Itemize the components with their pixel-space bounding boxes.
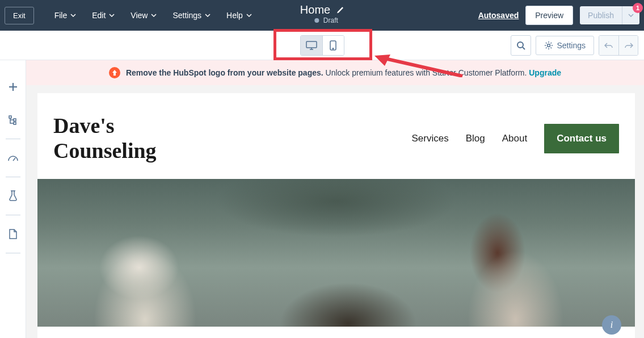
top-bar: Exit File Edit View Settings Help Home <box>0 0 644 31</box>
upgrade-icon <box>109 67 120 78</box>
site-nav: Services Blog About Contact us <box>412 124 620 153</box>
svg-rect-12 <box>9 116 11 118</box>
menu-label: Settings <box>172 11 201 20</box>
status-label: Draft <box>323 16 338 24</box>
status-dot <box>314 18 319 23</box>
chevron-down-icon <box>246 12 252 18</box>
page-preview[interactable]: Dave's Counseling Services Blog About Co… <box>37 93 635 338</box>
info-bubble[interactable]: i <box>602 315 621 335</box>
chevron-down-icon <box>109 12 115 18</box>
nav-about[interactable]: About <box>502 133 527 144</box>
settings-button[interactable]: Settings <box>536 36 594 55</box>
svg-line-15 <box>13 158 15 161</box>
chevron-down-icon <box>70 12 76 18</box>
chevron-down-icon <box>151 12 157 18</box>
chevron-down-icon <box>205 12 211 18</box>
menu-settings[interactable]: Settings <box>166 6 217 24</box>
menu-edit[interactable]: Edit <box>85 6 121 24</box>
banner-body: Unlock premium features with Starter Cus… <box>323 68 529 77</box>
title-area: Home Draft <box>300 3 344 24</box>
hero-image[interactable] <box>37 179 635 327</box>
redo-icon <box>624 42 633 49</box>
nav-services[interactable]: Services <box>412 133 449 144</box>
upgrade-link[interactable]: Upgrade <box>529 68 561 77</box>
menu-label: Help <box>226 11 243 20</box>
upgrade-banner: Remove the HubSpot logo from your websit… <box>26 60 644 85</box>
publish-badge: 1 <box>633 3 643 13</box>
sidebar-test[interactable] <box>0 180 26 212</box>
menu-group: File Edit View Settings Help <box>48 6 259 24</box>
gear-icon <box>544 41 553 50</box>
file-icon <box>9 228 18 240</box>
site-header: Dave's Counseling Services Blog About Co… <box>37 93 635 179</box>
sidebar-divider <box>6 215 20 215</box>
redo-button[interactable] <box>618 36 638 55</box>
main-area: Remove the HubSpot logo from your websit… <box>0 60 644 338</box>
logo-line1: Dave's <box>53 114 157 139</box>
desktop-icon <box>306 41 317 50</box>
search-icon <box>516 41 525 50</box>
nav-blog[interactable]: Blog <box>466 133 485 144</box>
menu-label: View <box>131 11 148 20</box>
flask-icon <box>9 190 18 202</box>
svg-rect-13 <box>14 119 16 121</box>
toolbar-right: Settings <box>511 35 638 56</box>
menu-file[interactable]: File <box>48 6 83 24</box>
banner-bold: Remove the HubSpot logo from your websit… <box>126 68 323 77</box>
svg-point-7 <box>517 42 523 48</box>
sidebar-pages[interactable] <box>0 218 26 251</box>
svg-point-6 <box>332 48 334 49</box>
exit-button[interactable]: Exit <box>5 7 34 24</box>
publish-button[interactable]: Publish <box>580 6 622 24</box>
right-actions: Autosaved Preview Publish 1 <box>478 6 639 25</box>
mobile-icon <box>330 40 336 51</box>
sidebar <box>0 60 26 338</box>
menu-label: Edit <box>92 11 106 20</box>
banner-text: Remove the HubSpot logo from your websit… <box>126 68 561 77</box>
toolbar: Settings <box>0 31 644 60</box>
chevron-down-icon <box>628 14 634 17</box>
canvas-area: Remove the HubSpot logo from your websit… <box>26 60 644 338</box>
undo-icon <box>604 42 613 49</box>
menu-help[interactable]: Help <box>220 6 259 24</box>
search-button[interactable] <box>511 35 531 56</box>
publish-group: Publish 1 <box>580 6 639 24</box>
device-toggle <box>300 35 344 56</box>
logo-line2: Counseling <box>53 139 157 164</box>
gauge-icon <box>7 154 19 162</box>
svg-rect-14 <box>14 122 16 124</box>
menu-label: File <box>54 11 68 20</box>
page-title: Home <box>300 3 330 16</box>
contact-button[interactable]: Contact us <box>544 124 619 153</box>
plus-icon <box>7 81 19 93</box>
sidebar-divider <box>6 253 20 253</box>
sidebar-contents[interactable] <box>0 103 26 136</box>
svg-point-9 <box>548 44 550 47</box>
mobile-view-button[interactable] <box>322 36 344 55</box>
preview-button[interactable]: Preview <box>525 6 573 25</box>
sidebar-optimize[interactable] <box>0 141 26 174</box>
autosaved-label[interactable]: Autosaved <box>478 11 519 20</box>
svg-rect-2 <box>306 41 317 48</box>
desktop-view-button[interactable] <box>301 36 322 55</box>
settings-label: Settings <box>557 41 586 50</box>
sidebar-divider <box>6 139 20 139</box>
sidebar-add[interactable] <box>0 70 26 103</box>
menu-view[interactable]: View <box>124 6 163 24</box>
pencil-icon[interactable] <box>336 6 344 14</box>
undo-button[interactable] <box>599 36 618 55</box>
site-logo[interactable]: Dave's Counseling <box>53 114 157 163</box>
tree-icon <box>8 115 18 125</box>
svg-line-8 <box>523 47 525 49</box>
sidebar-divider <box>6 177 20 177</box>
undo-redo-group <box>599 35 638 56</box>
